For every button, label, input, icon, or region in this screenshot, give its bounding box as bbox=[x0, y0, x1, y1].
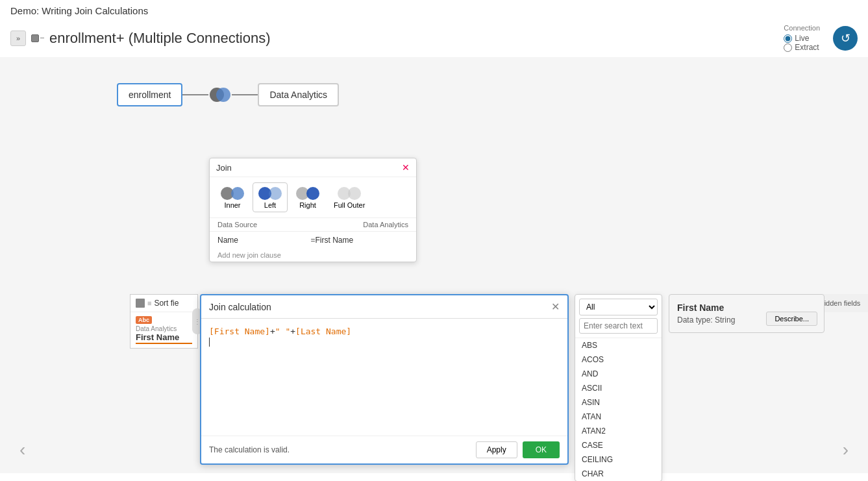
join-calc-title: Join calculation bbox=[209, 302, 271, 312]
header-row: » enrollment+ (Multiple Connections) Con… bbox=[0, 21, 868, 57]
app-title: Demo: Writing Join Calculations bbox=[0, 0, 868, 21]
header-right: Connection Live Extract ↺ bbox=[784, 24, 858, 52]
field-source: Data Analytics bbox=[136, 325, 192, 332]
left-venn-icon bbox=[258, 186, 282, 201]
func-item-ceiling[interactable]: CEILING bbox=[575, 452, 662, 467]
join-dialog-title: Join bbox=[216, 163, 232, 173]
connection-label: Connection bbox=[784, 24, 820, 32]
join-icon[interactable] bbox=[208, 83, 232, 106]
calc-valid-text: The calculation is valid. bbox=[209, 445, 290, 454]
func-item-abs[interactable]: ABS bbox=[575, 338, 662, 352]
sort-label: Sort fie bbox=[154, 299, 179, 308]
apply-button[interactable]: Apply bbox=[476, 441, 517, 458]
func-item-acos[interactable]: ACOS bbox=[575, 352, 662, 367]
flow-table-left[interactable]: enrollment bbox=[117, 83, 182, 106]
source-icon bbox=[31, 34, 39, 42]
function-panel: All ABS ACOS AND ASCII ASIN ATAN ATAN2 C… bbox=[575, 294, 662, 481]
left-panel: ≡ Sort fie Abc Data Analytics First Name… bbox=[130, 294, 198, 349]
join-circle-right bbox=[216, 88, 230, 102]
sort-icon: ≡ bbox=[147, 299, 151, 307]
venn-right bbox=[348, 187, 361, 200]
join-clause-left[interactable]: Name bbox=[217, 236, 310, 245]
connector-line bbox=[40, 38, 44, 38]
add-join-clause[interactable]: Add new join clause bbox=[210, 249, 416, 262]
connection-options: Connection Live Extract bbox=[784, 24, 820, 52]
col-left-label: Data Source bbox=[217, 221, 313, 228]
expand-button[interactable]: » bbox=[10, 31, 26, 46]
field-name: First Name bbox=[136, 332, 192, 344]
flow-connector bbox=[182, 83, 258, 106]
sort-fields-header: ≡ Sort fie bbox=[130, 295, 197, 312]
join-calc-dialog: Join calculation ✕ [First Name]+" "+[Las… bbox=[200, 294, 569, 465]
func-list: ABS ACOS AND ASCII ASIN ATAN ATAN2 CASE … bbox=[575, 338, 662, 481]
func-item-ascii[interactable]: ASCII bbox=[575, 381, 662, 395]
func-item-char[interactable]: CHAR bbox=[575, 467, 662, 481]
calc-cursor bbox=[209, 338, 210, 347]
calc-field-firstname: [First Name] bbox=[209, 327, 270, 336]
table-icon bbox=[136, 299, 145, 308]
flow-line-left bbox=[182, 94, 208, 95]
func-item-atan2[interactable]: ATAN2 bbox=[575, 424, 662, 438]
join-type-right[interactable]: Right bbox=[290, 182, 325, 212]
right-venn-icon bbox=[296, 186, 319, 201]
join-columns-header: Data Source Data Analytics bbox=[210, 218, 416, 232]
func-panel-top: All bbox=[575, 295, 662, 338]
func-search-input[interactable] bbox=[579, 318, 658, 334]
page-title: enrollment+ (Multiple Connections) bbox=[49, 30, 271, 47]
field-item[interactable]: Abc Data Analytics First Name bbox=[130, 312, 197, 348]
calc-formula: [First Name]+" "+[Last Name] bbox=[209, 327, 351, 336]
extract-radio[interactable]: Extract bbox=[784, 43, 820, 52]
calc-actions: Apply OK bbox=[476, 441, 560, 458]
func-category-select[interactable]: All bbox=[579, 299, 658, 315]
field-type-badge: Abc bbox=[136, 316, 152, 324]
inner-venn-icon bbox=[221, 186, 244, 201]
nav-prev-button[interactable]: ‹ bbox=[19, 439, 25, 460]
calc-string-space: " " bbox=[275, 327, 290, 336]
nav-next-button[interactable]: › bbox=[843, 439, 849, 460]
join-dialog-header: Join ✕ bbox=[210, 158, 416, 177]
join-clause-right[interactable]: First Name bbox=[316, 236, 409, 245]
live-radio[interactable]: Live bbox=[784, 34, 820, 43]
join-type-left[interactable]: Left bbox=[253, 182, 288, 212]
header-left: » enrollment+ (Multiple Connections) bbox=[10, 30, 271, 47]
func-item-atan[interactable]: ATAN bbox=[575, 410, 662, 424]
join-calc-header: Join calculation ✕ bbox=[201, 295, 567, 319]
join-types-row: Inner Left Right bbox=[210, 177, 416, 218]
flow-line-right bbox=[232, 94, 258, 95]
func-item-asin[interactable]: ASIN bbox=[575, 395, 662, 410]
full-outer-venn-icon bbox=[338, 186, 361, 201]
join-dialog-close-button[interactable]: ✕ bbox=[402, 162, 410, 173]
venn-right bbox=[306, 187, 319, 200]
refresh-button[interactable]: ↺ bbox=[833, 26, 858, 51]
canvas-area: enrollment Data Analytics Join ✕ Inner bbox=[0, 57, 868, 473]
join-dialog: Join ✕ Inner Left bbox=[209, 158, 417, 262]
join-clause-row: Name = First Name bbox=[210, 232, 416, 249]
info-panel: First Name Data type: String Describe... bbox=[669, 294, 825, 333]
venn-right bbox=[269, 187, 282, 200]
flow-table-right[interactable]: Data Analytics bbox=[258, 83, 339, 106]
col-right-label: Data Analytics bbox=[313, 221, 408, 228]
func-item-case[interactable]: CASE bbox=[575, 438, 662, 452]
join-calc-editor[interactable]: [First Name]+" "+[Last Name] bbox=[201, 319, 567, 436]
join-type-full-outer[interactable]: Full Outer bbox=[328, 182, 371, 212]
describe-button[interactable]: Describe... bbox=[766, 312, 817, 326]
hidden-fields-label: idden fields bbox=[825, 299, 861, 307]
join-calc-close-button[interactable]: ✕ bbox=[551, 301, 560, 313]
func-item-and[interactable]: AND bbox=[575, 367, 662, 381]
join-type-inner[interactable]: Inner bbox=[215, 182, 250, 212]
join-clause-op: = bbox=[310, 236, 315, 245]
calc-field-lastname: [Last Name] bbox=[295, 327, 351, 336]
join-calc-footer: The calculation is valid. Apply OK bbox=[201, 436, 567, 463]
venn-right bbox=[231, 187, 244, 200]
ok-button[interactable]: OK bbox=[523, 441, 560, 458]
data-flow-diagram: enrollment Data Analytics bbox=[117, 83, 339, 106]
